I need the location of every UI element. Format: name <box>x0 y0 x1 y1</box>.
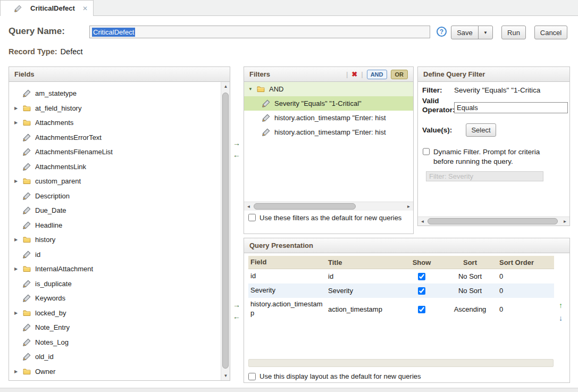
field-tree-item[interactable]: ▶ Headline <box>9 218 221 233</box>
field-tree-item[interactable]: ▶ Keywords <box>9 291 221 306</box>
fields-scrollbar[interactable]: ▲ ▼ <box>221 82 230 380</box>
move-right-button[interactable]: → <box>233 139 240 147</box>
field-label: Keywords <box>35 294 65 302</box>
field-tree-item[interactable]: ▶ Due_Date <box>9 203 221 218</box>
values-label: Value(s): <box>422 126 452 135</box>
layout-default-checkbox[interactable] <box>248 373 256 380</box>
table-row[interactable]: Severity Severity No Sort 0 <box>248 283 554 298</box>
move-right-button[interactable]: → <box>233 301 240 308</box>
table-row[interactable]: id id No Sort 0 <box>248 269 554 283</box>
field-tree-item[interactable]: ▶ history <box>9 232 221 247</box>
scroll-down-icon[interactable]: ▼ <box>221 371 230 380</box>
filter-item-label: history.action_timestamp "Enter: hist <box>274 114 386 122</box>
field-tree-item[interactable]: ▶ Note_Entry <box>9 320 221 335</box>
field-tree-item[interactable]: ▶ Attachments <box>9 115 221 130</box>
folder-icon <box>257 85 266 94</box>
operator-input[interactable] <box>454 102 568 113</box>
pencil-icon <box>23 338 32 346</box>
field-tree-item[interactable]: ▶ InternalAttachment <box>9 262 221 277</box>
select-values-button[interactable]: Select <box>466 123 496 137</box>
filters-toolbar: | ✖ | AND OR <box>346 70 408 79</box>
expander-icon[interactable]: ▶ <box>14 237 23 242</box>
field-tree-item[interactable]: ▶ custom_parent <box>9 174 221 189</box>
filters-hscrollbar[interactable]: ◄ ► <box>244 202 413 211</box>
field-label: old_id <box>35 353 54 361</box>
cell-sort: No Sort <box>444 272 496 280</box>
field-tree-item[interactable]: ▶ id <box>9 247 221 262</box>
help-icon[interactable]: ? <box>437 27 447 37</box>
filters-default-checkbox[interactable] <box>248 214 256 221</box>
expander-icon[interactable]: ▶ <box>14 311 23 315</box>
close-tab-icon[interactable]: ✕ <box>82 5 88 12</box>
define-hscrollbar[interactable]: ◄ ► <box>418 216 569 226</box>
or-button[interactable]: OR <box>391 70 408 79</box>
scroll-up-icon[interactable]: ▲ <box>221 82 230 91</box>
filter-item-selected[interactable]: Severity "Equals" "1-Critical" <box>244 96 413 111</box>
scrollbar-thumb[interactable] <box>222 93 229 369</box>
expander-icon[interactable]: ▶ <box>14 120 23 125</box>
define-query-filter-panel: Define Query Filter Filter: Severity "Eq… <box>417 66 570 226</box>
pencil-icon <box>262 99 271 108</box>
show-checkbox[interactable] <box>418 287 425 295</box>
scroll-left-icon[interactable]: ◄ <box>244 202 253 211</box>
scroll-right-icon[interactable]: ► <box>560 217 569 226</box>
move-row-up-button[interactable]: ↑ <box>559 301 563 310</box>
field-tree-item[interactable]: ▶ AttachmentsErrorText <box>9 130 221 145</box>
dynamic-filter-checkbox[interactable] <box>423 148 430 155</box>
field-tree-item[interactable]: ▶ at_field_history <box>9 101 221 116</box>
scroll-right-icon[interactable]: ► <box>404 202 413 211</box>
field-label: custom_parent <box>35 177 81 185</box>
cell-title: id <box>326 272 399 280</box>
delete-filter-icon[interactable]: ✖ <box>351 70 357 78</box>
pencil-icon <box>23 206 32 215</box>
field-label: Note_Entry <box>35 323 70 331</box>
scrollbar-thumb[interactable] <box>254 203 356 210</box>
query-name-input[interactable]: CriticalDefect <box>89 26 430 38</box>
move-row-down-button[interactable]: ↓ <box>559 314 563 322</box>
define-panel-title: Define Query Filter <box>423 70 485 78</box>
presentation-panel-title: Query Presentation <box>249 241 313 249</box>
filter-item[interactable]: history.action_timestamp "Enter: hist <box>244 111 413 125</box>
save-button[interactable]: Save <box>451 26 479 39</box>
field-tree-item[interactable]: ▶ locked_by <box>9 306 221 321</box>
field-tree-item[interactable]: ▶ AttachmentsFilenameList <box>9 145 221 160</box>
page-scrollbar[interactable] <box>0 388 578 392</box>
table-row[interactable]: history.action_timestamp action_timestam… <box>248 298 554 320</box>
field-tree-item[interactable]: ▶ Owner <box>9 364 221 379</box>
expander-icon[interactable]: ▶ <box>14 369 23 374</box>
show-checkbox[interactable] <box>418 306 425 313</box>
pencil-icon <box>23 279 32 288</box>
move-left-button[interactable]: ← <box>233 313 240 320</box>
filter-label: Filter: <box>422 86 442 95</box>
expander-icon[interactable]: ▶ <box>14 106 23 111</box>
field-tree-item[interactable]: ▶ Description <box>9 189 221 204</box>
expander-icon[interactable]: ▶ <box>14 179 23 184</box>
field-tree-item[interactable]: ▶ old_id <box>9 349 221 364</box>
show-checkbox[interactable] <box>418 273 425 280</box>
field-tree-item[interactable]: ▶ AttachmentsLink <box>9 160 221 174</box>
tab-criticaldefect[interactable]: CriticalDefect ✕ <box>0 0 94 16</box>
field-label: locked_by <box>35 309 66 317</box>
record-type-label: Record Type: <box>9 47 57 56</box>
field-tree-item[interactable]: ▶ Notes_Log <box>9 335 221 350</box>
scrollbar-thumb[interactable] <box>428 218 558 224</box>
folder-icon <box>23 265 32 273</box>
collapse-icon[interactable]: ▼ <box>248 87 257 91</box>
field-label: AttachmentsErrorText <box>35 134 102 141</box>
field-tree-item[interactable]: ▶ is_duplicate <box>9 277 221 291</box>
cancel-button[interactable]: Cancel <box>534 26 567 39</box>
move-left-button[interactable]: ← <box>233 151 240 159</box>
and-button[interactable]: AND <box>367 70 387 79</box>
field-tree-item[interactable]: ▶ Priority <box>9 379 221 380</box>
pencil-icon <box>23 221 32 229</box>
run-button[interactable]: Run <box>501 26 526 39</box>
expander-icon[interactable]: ▶ <box>14 266 23 271</box>
filter-and-group[interactable]: ▼ AND <box>244 82 413 96</box>
scroll-left-icon[interactable]: ◄ <box>418 217 427 226</box>
save-dropdown-button[interactable]: ▼ <box>478 26 493 39</box>
presentation-hscrollbar[interactable] <box>248 359 554 367</box>
filter-item[interactable]: history.action_timestamp "Enter: hist <box>244 125 413 139</box>
fields-panel-title: Fields <box>14 70 35 78</box>
folder-icon <box>23 177 32 186</box>
field-tree-item[interactable]: ▶ am_statetype <box>9 86 221 101</box>
